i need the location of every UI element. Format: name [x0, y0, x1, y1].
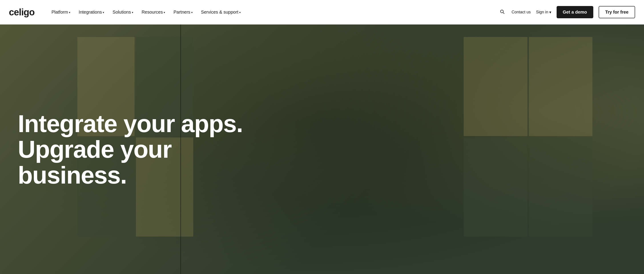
- nav-label-services-support: Services & support: [201, 10, 238, 15]
- hero-section: Integrate your apps. Upgrade your busine…: [0, 25, 644, 274]
- site-header: celigo Platform ▾ Integrations ▾ Solutio…: [0, 0, 644, 25]
- nav-item-platform[interactable]: Platform ▾: [48, 8, 74, 17]
- hero-headline: Integrate your apps. Upgrade your busine…: [18, 111, 249, 188]
- nav-item-solutions[interactable]: Solutions ▾: [109, 8, 136, 17]
- logo[interactable]: celigo: [9, 7, 34, 18]
- sign-in-label: Sign in: [536, 10, 548, 15]
- hero-content: Integrate your apps. Upgrade your busine…: [0, 111, 267, 188]
- get-demo-button[interactable]: Get a demo: [556, 6, 593, 18]
- hero-headline-line1: Integrate your apps.: [18, 110, 242, 137]
- try-free-button[interactable]: Try for free: [599, 6, 635, 18]
- sign-in-link[interactable]: Sign in ▾: [536, 10, 551, 15]
- chevron-down-icon: ▾: [239, 11, 240, 14]
- signin-chevron-icon: ▾: [549, 10, 551, 15]
- nav-label-platform: Platform: [51, 10, 68, 15]
- hero-headline-line2: Upgrade your business.: [18, 135, 172, 189]
- main-nav: Platform ▾ Integrations ▾ Solutions ▾ Re…: [48, 8, 498, 17]
- chevron-down-icon: ▾: [164, 11, 165, 14]
- nav-label-solutions: Solutions: [112, 10, 131, 15]
- nav-item-integrations[interactable]: Integrations ▾: [75, 8, 108, 17]
- nav-item-resources[interactable]: Resources ▾: [138, 8, 169, 17]
- svg-line-1: [503, 13, 504, 14]
- chevron-down-icon: ▾: [191, 11, 192, 14]
- nav-item-services-support[interactable]: Services & support ▾: [198, 8, 244, 17]
- chevron-down-icon: ▾: [69, 11, 70, 14]
- logo-text: celigo: [9, 7, 34, 18]
- nav-label-integrations: Integrations: [79, 10, 102, 15]
- contact-us-link[interactable]: Contact us: [512, 10, 531, 15]
- chevron-down-icon: ▾: [103, 11, 104, 14]
- nav-label-partners: Partners: [174, 10, 190, 15]
- chevron-down-icon: ▾: [132, 11, 133, 14]
- header-actions: Contact us Sign in ▾ Get a demo Try for …: [498, 6, 635, 18]
- nav-item-partners[interactable]: Partners ▾: [170, 8, 196, 17]
- nav-label-resources: Resources: [142, 10, 163, 15]
- search-icon[interactable]: [498, 7, 506, 17]
